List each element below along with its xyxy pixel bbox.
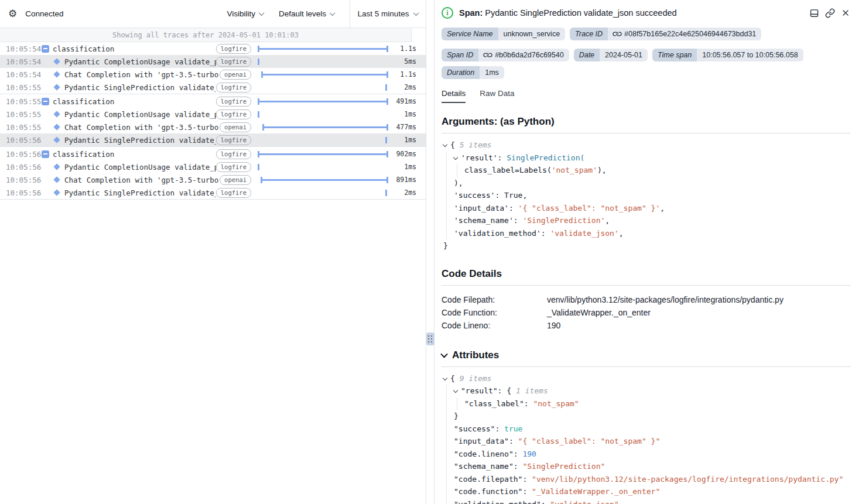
code-line: "code.function": "_ValidateWrapper._on_e… bbox=[443, 485, 850, 498]
duration-label: 5ms bbox=[389, 57, 416, 66]
code-indent bbox=[446, 498, 454, 504]
trace-tag[interactable]: logfire bbox=[216, 109, 251, 119]
trace-name: Chat Completion with 'gpt-3.5-turbo-061 bbox=[64, 70, 220, 79]
code-token: 'input_data': bbox=[454, 204, 518, 212]
code-token: "SinglePrediction" bbox=[518, 462, 606, 471]
trace-row[interactable]: 10:05:54classificationlogfire1.1s bbox=[0, 42, 426, 55]
span-diamond-icon bbox=[53, 163, 60, 170]
connection-status: Connected bbox=[25, 9, 63, 18]
code-token: "validate_json" bbox=[546, 500, 619, 504]
code-token: } bbox=[454, 412, 459, 420]
code-token: 1 items bbox=[516, 386, 548, 395]
tab-details[interactable]: Details bbox=[442, 89, 466, 103]
duration-bar-area bbox=[256, 95, 389, 108]
default-levels-label: Default levels bbox=[279, 9, 326, 18]
trace-row[interactable]: 10:05:56Pydantic CompletionUsage validat… bbox=[0, 160, 426, 173]
trace-row[interactable]: 10:05:55classificationlogfire491ms bbox=[0, 95, 426, 108]
default-levels-dropdown[interactable]: Default levels bbox=[279, 9, 334, 18]
code-line: { 5 items bbox=[443, 139, 850, 152]
code-collapse-caret[interactable] bbox=[443, 142, 447, 147]
code-collapse-caret[interactable] bbox=[443, 375, 447, 380]
code-token: "code.filepath": bbox=[454, 475, 527, 484]
chevron-down-icon bbox=[440, 351, 448, 358]
link-icon[interactable] bbox=[613, 30, 621, 38]
attributes-toggle[interactable]: Attributes bbox=[442, 349, 850, 361]
code-indent bbox=[457, 164, 464, 177]
trace-tag[interactable]: logfire bbox=[216, 97, 251, 107]
trace-timestamp: 10:05:55 bbox=[6, 83, 40, 92]
code-indent bbox=[446, 227, 454, 240]
info-level-icon: i bbox=[442, 7, 453, 19]
code-indent bbox=[446, 448, 454, 461]
code-token: , bbox=[605, 216, 610, 225]
panel-divider bbox=[426, 0, 435, 504]
visibility-dropdown[interactable]: Visibility bbox=[227, 9, 264, 18]
copy-link-icon[interactable] bbox=[825, 8, 835, 18]
trace-tag[interactable]: logfire bbox=[216, 188, 251, 198]
settings-gear-icon[interactable]: ⚙ bbox=[8, 9, 17, 19]
section-divider bbox=[442, 285, 850, 286]
code-line: } bbox=[443, 410, 850, 423]
trace-timestamp: 10:05:56 bbox=[6, 163, 40, 172]
code-line: 'validation_method': 'validate_json', bbox=[443, 227, 850, 240]
trace-row[interactable]: 10:05:56Pydantic SinglePrediction valida… bbox=[0, 186, 426, 199]
trace-row[interactable]: 10:05:55Pydantic CompletionUsage validat… bbox=[0, 108, 426, 121]
tab-raw-data[interactable]: Raw Data bbox=[480, 89, 514, 103]
code-token: "code.function": bbox=[454, 487, 527, 496]
trace-timestamp: 10:05:55 bbox=[6, 110, 40, 119]
trace-row[interactable]: 10:05:56Pydantic SinglePrediction valida… bbox=[0, 133, 426, 146]
duration-tick bbox=[385, 190, 387, 196]
trace-row[interactable]: 10:05:54Pydantic CompletionUsage validat… bbox=[0, 55, 426, 68]
code-collapse-caret[interactable] bbox=[453, 155, 458, 159]
code-token: 'validation_method': bbox=[454, 229, 550, 238]
code-line: "input_data": "{ "class_label": "not_spa… bbox=[443, 435, 850, 448]
collapse-toggle-icon[interactable] bbox=[42, 45, 49, 53]
code-line: { 9 items bbox=[443, 372, 850, 385]
trace-row[interactable]: 10:05:55Chat Completion with 'gpt-3.5-tu… bbox=[0, 121, 426, 133]
trace-tag[interactable]: logfire bbox=[216, 83, 251, 92]
trace-row[interactable]: 10:05:54Chat Completion with 'gpt-3.5-tu… bbox=[0, 68, 426, 81]
trace-row[interactable]: 10:05:56classificationlogfire902ms bbox=[0, 148, 426, 160]
code-indent bbox=[446, 435, 454, 448]
trace-tag[interactable]: openai bbox=[220, 70, 251, 80]
code-indent bbox=[446, 423, 454, 436]
code-token: 'not_spam' bbox=[552, 166, 597, 174]
badge-label: Trace ID bbox=[570, 28, 608, 40]
panel-resize-handle[interactable] bbox=[426, 332, 435, 345]
trace-group: 10:05:56classificationlogfire902ms10:05:… bbox=[0, 148, 426, 200]
collapse-toggle-icon[interactable] bbox=[42, 98, 49, 105]
trace-tag[interactable]: logfire bbox=[216, 44, 251, 54]
duration-label: 477ms bbox=[389, 123, 416, 131]
code-detail-row: Code Lineno:190 bbox=[442, 319, 850, 332]
dock-panel-icon[interactable] bbox=[809, 8, 819, 18]
trace-name: Pydantic CompletionUsage validate_python bbox=[64, 57, 216, 66]
trace-tag[interactable]: openai bbox=[220, 175, 251, 185]
trace-tag[interactable]: openai bbox=[220, 122, 251, 132]
duration-bar-area bbox=[256, 55, 389, 68]
time-range-label: Last 5 minutes bbox=[358, 9, 409, 18]
trace-tag[interactable]: logfire bbox=[216, 57, 251, 67]
trace-list: 10:05:54classificationlogfire1.1s10:05:5… bbox=[0, 42, 426, 504]
code-line: "class_label": "not_spam" bbox=[443, 397, 850, 410]
trace-row[interactable]: 10:05:55Pydantic SinglePrediction valida… bbox=[0, 81, 426, 94]
code-collapse-caret[interactable] bbox=[453, 388, 458, 393]
close-icon[interactable] bbox=[841, 8, 850, 18]
badge-row-2: Span ID#b0b6da2d76c69540Date2024-05-01Ti… bbox=[442, 49, 850, 79]
collapse-toggle-icon[interactable] bbox=[42, 150, 49, 158]
span-diamond-icon bbox=[53, 58, 60, 64]
badge-value-text: 10:05:56.057 to 10:05:56.058 bbox=[702, 49, 798, 61]
trace-row[interactable]: 10:05:56Chat Completion with 'gpt-3.5-tu… bbox=[0, 173, 426, 186]
link-icon[interactable] bbox=[484, 51, 492, 59]
badge-label: Duration bbox=[442, 66, 480, 79]
logfire-app: ⚙ Connected Visibility Default levels La… bbox=[0, 0, 862, 504]
span-diamond-icon bbox=[53, 189, 60, 196]
trace-tag[interactable]: logfire bbox=[216, 149, 251, 159]
trace-timestamp: 10:05:54 bbox=[6, 57, 40, 66]
code-token: "{ "class_label": "not_spam" }" bbox=[514, 437, 660, 445]
code-indent bbox=[446, 214, 454, 227]
trace-tag[interactable]: logfire bbox=[216, 135, 251, 145]
trace-tag[interactable]: logfire bbox=[216, 162, 251, 172]
time-range-dropdown[interactable]: Last 5 minutes bbox=[350, 0, 426, 28]
code-line: 'input_data': '{ "class_label": "not_spa… bbox=[443, 202, 850, 215]
code-token: 'schema_name': bbox=[454, 216, 522, 225]
